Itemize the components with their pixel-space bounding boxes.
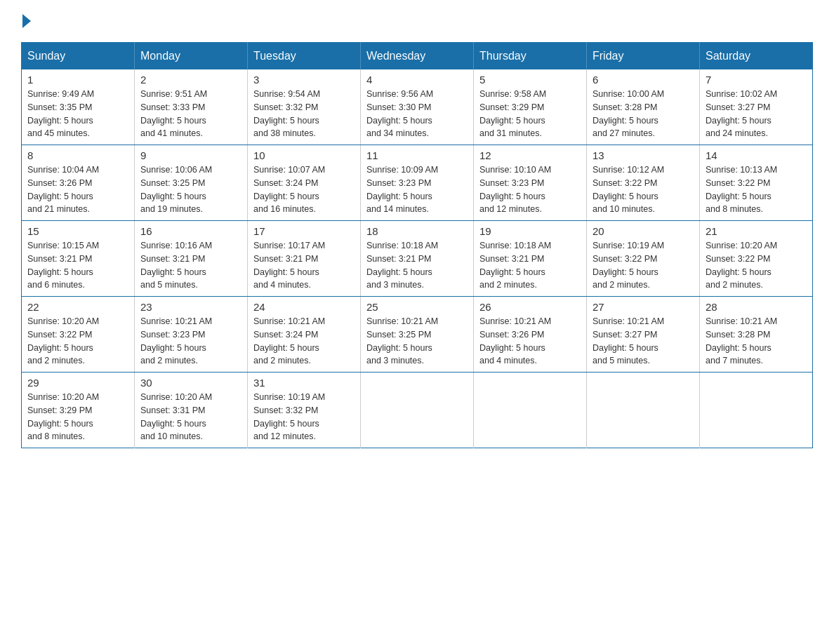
day-info: Sunrise: 10:20 AM Sunset: 3:31 PM Daylig… xyxy=(140,391,241,443)
day-info: Sunrise: 10:00 AM Sunset: 3:28 PM Daylig… xyxy=(593,88,694,140)
calendar-cell: 8 Sunrise: 10:04 AM Sunset: 3:26 PM Dayl… xyxy=(22,145,135,221)
day-header-monday: Monday xyxy=(135,43,248,70)
day-number: 3 xyxy=(253,74,355,86)
day-header-tuesday: Tuesday xyxy=(248,43,361,70)
calendar-cell: 29 Sunrise: 10:20 AM Sunset: 3:29 PM Day… xyxy=(22,373,135,448)
day-info: Sunrise: 10:20 AM Sunset: 3:22 PM Daylig… xyxy=(706,239,807,292)
calendar-cell: 19 Sunrise: 10:18 AM Sunset: 3:21 PM Day… xyxy=(474,221,587,297)
calendar-cell xyxy=(474,373,587,448)
day-info: Sunrise: 10:17 AM Sunset: 3:21 PM Daylig… xyxy=(253,239,355,292)
day-number: 30 xyxy=(140,377,241,389)
calendar-cell: 30 Sunrise: 10:20 AM Sunset: 3:31 PM Day… xyxy=(135,373,248,448)
day-number: 15 xyxy=(27,225,128,237)
calendar-cell: 16 Sunrise: 10:16 AM Sunset: 3:21 PM Day… xyxy=(135,221,248,297)
calendar-cell: 25 Sunrise: 10:21 AM Sunset: 3:25 PM Day… xyxy=(361,297,474,373)
day-number: 11 xyxy=(366,149,468,161)
calendar-cell: 6 Sunrise: 10:00 AM Sunset: 3:28 PM Dayl… xyxy=(587,69,700,145)
calendar-cell: 18 Sunrise: 10:18 AM Sunset: 3:21 PM Day… xyxy=(361,221,474,297)
calendar-cell xyxy=(361,373,474,448)
day-number: 1 xyxy=(27,74,128,86)
day-number: 25 xyxy=(366,301,468,313)
calendar-cell: 4 Sunrise: 9:56 AM Sunset: 3:30 PM Dayli… xyxy=(361,69,474,145)
day-number: 26 xyxy=(479,301,581,313)
calendar-cell: 3 Sunrise: 9:54 AM Sunset: 3:32 PM Dayli… xyxy=(248,69,361,145)
header-row: SundayMondayTuesdayWednesdayThursdayFrid… xyxy=(22,43,813,70)
calendar-cell xyxy=(587,373,700,448)
day-header-wednesday: Wednesday xyxy=(361,43,474,70)
logo-blue-part xyxy=(21,14,32,28)
day-info: Sunrise: 10:20 AM Sunset: 3:29 PM Daylig… xyxy=(27,391,128,443)
calendar-cell: 21 Sunrise: 10:20 AM Sunset: 3:22 PM Day… xyxy=(700,221,813,297)
calendar-cell: 7 Sunrise: 10:02 AM Sunset: 3:27 PM Dayl… xyxy=(700,69,813,145)
calendar-cell: 22 Sunrise: 10:20 AM Sunset: 3:22 PM Day… xyxy=(22,297,135,373)
day-info: Sunrise: 10:21 AM Sunset: 3:28 PM Daylig… xyxy=(706,315,807,368)
calendar-cell: 9 Sunrise: 10:06 AM Sunset: 3:25 PM Dayl… xyxy=(135,145,248,221)
day-number: 8 xyxy=(27,149,128,161)
day-info: Sunrise: 10:21 AM Sunset: 3:25 PM Daylig… xyxy=(366,315,468,368)
day-info: Sunrise: 10:21 AM Sunset: 3:26 PM Daylig… xyxy=(479,315,581,368)
week-row-5: 29 Sunrise: 10:20 AM Sunset: 3:29 PM Day… xyxy=(22,373,813,448)
day-number: 14 xyxy=(706,149,807,161)
day-info: Sunrise: 9:54 AM Sunset: 3:32 PM Dayligh… xyxy=(253,88,355,140)
day-number: 22 xyxy=(27,301,128,313)
day-number: 23 xyxy=(140,301,241,313)
day-info: Sunrise: 9:58 AM Sunset: 3:29 PM Dayligh… xyxy=(479,88,581,140)
day-info: Sunrise: 10:19 AM Sunset: 3:32 PM Daylig… xyxy=(253,391,355,443)
day-number: 16 xyxy=(140,225,241,237)
day-info: Sunrise: 10:21 AM Sunset: 3:24 PM Daylig… xyxy=(253,315,355,368)
day-header-sunday: Sunday xyxy=(22,43,135,70)
day-info: Sunrise: 10:13 AM Sunset: 3:22 PM Daylig… xyxy=(706,163,807,216)
day-number: 21 xyxy=(706,225,807,237)
day-info: Sunrise: 9:56 AM Sunset: 3:30 PM Dayligh… xyxy=(366,88,468,140)
calendar-cell: 27 Sunrise: 10:21 AM Sunset: 3:27 PM Day… xyxy=(587,297,700,373)
day-number: 13 xyxy=(593,149,694,161)
day-number: 31 xyxy=(253,377,355,389)
day-number: 9 xyxy=(140,149,241,161)
calendar-cell: 11 Sunrise: 10:09 AM Sunset: 3:23 PM Day… xyxy=(361,145,474,221)
day-number: 12 xyxy=(479,149,581,161)
calendar-cell: 10 Sunrise: 10:07 AM Sunset: 3:24 PM Day… xyxy=(248,145,361,221)
day-info: Sunrise: 10:21 AM Sunset: 3:27 PM Daylig… xyxy=(593,315,694,368)
day-info: Sunrise: 10:18 AM Sunset: 3:21 PM Daylig… xyxy=(479,239,581,292)
calendar-cell: 17 Sunrise: 10:17 AM Sunset: 3:21 PM Day… xyxy=(248,221,361,297)
day-number: 2 xyxy=(140,74,241,86)
day-info: Sunrise: 10:06 AM Sunset: 3:25 PM Daylig… xyxy=(140,163,241,216)
day-info: Sunrise: 10:19 AM Sunset: 3:22 PM Daylig… xyxy=(593,239,694,292)
calendar-cell: 23 Sunrise: 10:21 AM Sunset: 3:23 PM Day… xyxy=(135,297,248,373)
day-number: 18 xyxy=(366,225,468,237)
day-number: 24 xyxy=(253,301,355,313)
day-info: Sunrise: 10:04 AM Sunset: 3:26 PM Daylig… xyxy=(27,163,128,216)
day-number: 27 xyxy=(593,301,694,313)
day-info: Sunrise: 10:10 AM Sunset: 3:23 PM Daylig… xyxy=(479,163,581,216)
day-number: 29 xyxy=(27,377,128,389)
calendar-cell: 2 Sunrise: 9:51 AM Sunset: 3:33 PM Dayli… xyxy=(135,69,248,145)
calendar-cell: 5 Sunrise: 9:58 AM Sunset: 3:29 PM Dayli… xyxy=(474,69,587,145)
day-number: 6 xyxy=(593,74,694,86)
day-header-thursday: Thursday xyxy=(474,43,587,70)
day-number: 5 xyxy=(479,74,581,86)
day-info: Sunrise: 10:12 AM Sunset: 3:22 PM Daylig… xyxy=(593,163,694,216)
day-info: Sunrise: 9:51 AM Sunset: 3:33 PM Dayligh… xyxy=(140,88,241,140)
day-number: 17 xyxy=(253,225,355,237)
calendar-cell: 31 Sunrise: 10:19 AM Sunset: 3:32 PM Day… xyxy=(248,373,361,448)
day-info: Sunrise: 9:49 AM Sunset: 3:35 PM Dayligh… xyxy=(27,88,128,140)
calendar-cell: 14 Sunrise: 10:13 AM Sunset: 3:22 PM Day… xyxy=(700,145,813,221)
day-number: 4 xyxy=(366,74,468,86)
calendar-cell: 26 Sunrise: 10:21 AM Sunset: 3:26 PM Day… xyxy=(474,297,587,373)
week-row-3: 15 Sunrise: 10:15 AM Sunset: 3:21 PM Day… xyxy=(22,221,813,297)
day-header-friday: Friday xyxy=(587,43,700,70)
week-row-4: 22 Sunrise: 10:20 AM Sunset: 3:22 PM Day… xyxy=(22,297,813,373)
day-number: 28 xyxy=(706,301,807,313)
page-header xyxy=(21,14,813,28)
calendar-table: SundayMondayTuesdayWednesdayThursdayFrid… xyxy=(21,42,813,448)
calendar-cell: 28 Sunrise: 10:21 AM Sunset: 3:28 PM Day… xyxy=(700,297,813,373)
day-info: Sunrise: 10:02 AM Sunset: 3:27 PM Daylig… xyxy=(706,88,807,140)
week-row-2: 8 Sunrise: 10:04 AM Sunset: 3:26 PM Dayl… xyxy=(22,145,813,221)
day-header-saturday: Saturday xyxy=(700,43,813,70)
day-info: Sunrise: 10:18 AM Sunset: 3:21 PM Daylig… xyxy=(366,239,468,292)
calendar-cell: 12 Sunrise: 10:10 AM Sunset: 3:23 PM Day… xyxy=(474,145,587,221)
day-info: Sunrise: 10:15 AM Sunset: 3:21 PM Daylig… xyxy=(27,239,128,292)
calendar-cell: 1 Sunrise: 9:49 AM Sunset: 3:35 PM Dayli… xyxy=(22,69,135,145)
day-number: 19 xyxy=(479,225,581,237)
day-info: Sunrise: 10:21 AM Sunset: 3:23 PM Daylig… xyxy=(140,315,241,368)
